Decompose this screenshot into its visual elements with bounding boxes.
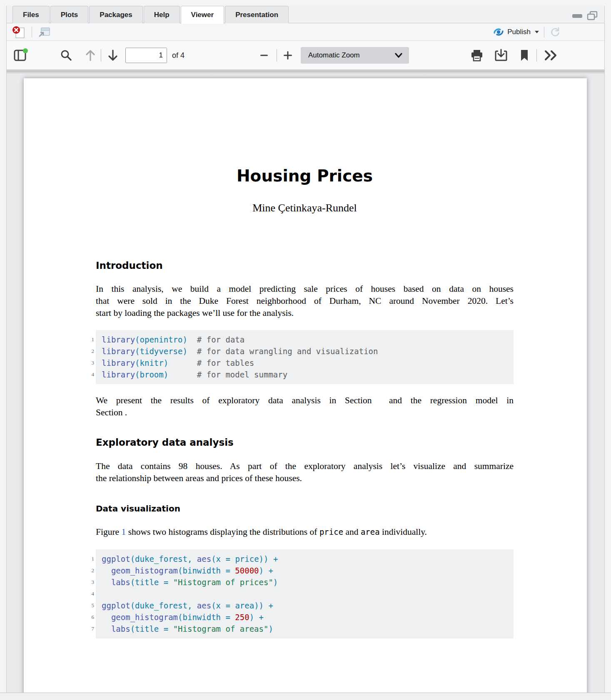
next-page-icon[interactable] bbox=[107, 49, 119, 62]
code-line: 6 geom_histogram(binwidth = 250) + bbox=[102, 611, 514, 623]
page-number-input[interactable] bbox=[125, 47, 167, 63]
line-number: 3 bbox=[80, 357, 94, 369]
subsection-heading-dataviz: Data visualization bbox=[96, 504, 180, 514]
text-segment: Figure bbox=[96, 527, 122, 537]
text-segment: the relationship between areas and price… bbox=[96, 473, 302, 483]
zoom-in-icon[interactable] bbox=[282, 49, 294, 62]
close-document-icon[interactable] bbox=[12, 25, 26, 39]
line-number: 4 bbox=[80, 588, 94, 600]
code-line: 1library(openintro) # for data bbox=[102, 334, 514, 345]
text-segment: that were sold in the Duke Forest neighb… bbox=[96, 296, 514, 306]
code-line: 2library(tidyverse) # for data wrangling… bbox=[102, 345, 514, 357]
code-line: 3library(knitr) # for tables bbox=[102, 357, 514, 369]
line-number: 1 bbox=[80, 334, 94, 345]
minimize-pane-icon[interactable] bbox=[572, 13, 583, 19]
paragraph: Figure 1 shows two histograms displaying… bbox=[96, 526, 514, 538]
sidebar-toggle-icon[interactable] bbox=[12, 48, 29, 63]
text-line: the relationship between areas and price… bbox=[96, 472, 514, 484]
section-heading-introduction: Introduction bbox=[96, 260, 163, 271]
search-icon[interactable] bbox=[60, 49, 72, 62]
code-line: 7 labs(title = "Histogram of areas") bbox=[102, 623, 514, 635]
pane-bottom-edge bbox=[0, 693, 611, 700]
print-icon[interactable] bbox=[470, 49, 484, 62]
viewer-toolbar-left bbox=[12, 23, 50, 41]
code-block-histograms: 1ggplot(duke_forest, aes(x = price)) +2 … bbox=[96, 549, 514, 638]
code-block-libraries: 1library(openintro) # for data2library(t… bbox=[96, 330, 514, 384]
paragraph: In this analysis, we build a model predi… bbox=[96, 283, 514, 319]
pdf-viewer-area[interactable]: Housing Prices Mine Çetinkaya-Rundel Int… bbox=[7, 70, 604, 693]
viewer-toolbar: Publish bbox=[7, 23, 604, 41]
text-segment: shows two histograms displaying the dist… bbox=[126, 527, 319, 537]
text-line: We present the results of exploratory da… bbox=[96, 395, 514, 407]
maximize-pane-icon[interactable] bbox=[587, 11, 598, 21]
code-line: 4library(broom) # for model summary bbox=[102, 369, 514, 380]
page-count-label: of 4 bbox=[172, 51, 185, 60]
tab-plots[interactable]: Plots bbox=[50, 6, 89, 23]
line-number: 3 bbox=[80, 576, 94, 588]
text-segment: area bbox=[361, 527, 380, 536]
text-line: start by loading the packages we’ll use … bbox=[96, 307, 514, 319]
text-line: The data contains 98 houses. As part of … bbox=[96, 460, 514, 472]
tab-packages[interactable]: Packages bbox=[89, 6, 142, 23]
text-line: Section . bbox=[96, 407, 514, 419]
window-controls bbox=[572, 11, 598, 21]
tab-viewer[interactable]: Viewer bbox=[181, 6, 224, 24]
toolbar-separator bbox=[32, 27, 32, 37]
open-in-new-window-icon[interactable] bbox=[38, 26, 50, 38]
tabs: FilesPlotsPackagesHelpViewerPresentation bbox=[12, 6, 289, 23]
text-segment: price bbox=[319, 527, 343, 536]
text-segment: We present the results of exploratory da… bbox=[96, 395, 514, 405]
line-number: 1 bbox=[80, 553, 94, 565]
text-line: In this analysis, we build a model predi… bbox=[96, 283, 514, 295]
text-line: that were sold in the Duke Forest neighb… bbox=[96, 295, 514, 307]
toolbar-separator bbox=[536, 49, 537, 62]
previous-page-icon[interactable] bbox=[84, 49, 97, 62]
code-line: 1ggplot(duke_forest, aes(x = price)) + bbox=[102, 553, 514, 565]
refresh-icon[interactable] bbox=[549, 26, 561, 38]
bookmark-icon[interactable] bbox=[519, 49, 530, 62]
text-line: Figure 1 shows two histograms displaying… bbox=[96, 526, 514, 538]
publish-label: Publish bbox=[507, 28, 531, 36]
text-segment: Section . bbox=[96, 407, 127, 417]
line-number: 6 bbox=[80, 611, 94, 623]
toolbar-separator bbox=[544, 27, 544, 37]
tab-files[interactable]: Files bbox=[12, 6, 50, 23]
publish-caret-icon bbox=[535, 31, 539, 33]
pane: FilesPlotsPackagesHelpViewerPresentation bbox=[6, 6, 605, 693]
text-segment: start by loading the packages we’ll use … bbox=[96, 308, 294, 318]
zoom-select[interactable]: Automatic Zoom bbox=[301, 47, 409, 64]
toolbar-separator bbox=[101, 49, 101, 62]
publish-icon bbox=[493, 27, 504, 37]
chevron-down-icon bbox=[394, 52, 403, 59]
text-segment: The data contains 98 houses. As part of … bbox=[96, 461, 514, 471]
pdf-toolbar: of 4 Automatic Zoom bbox=[7, 41, 604, 70]
save-icon[interactable] bbox=[494, 49, 508, 62]
publish-button[interactable]: Publish bbox=[493, 27, 539, 37]
zoom-select-label: Automatic Zoom bbox=[301, 51, 394, 60]
code-line: 4 bbox=[102, 588, 514, 600]
viewer-toolbar-right: Publish bbox=[493, 23, 561, 41]
text-segment: and bbox=[343, 527, 361, 537]
line-number: 4 bbox=[80, 369, 94, 380]
code-line: 5ggplot(duke_forest, aes(x = area)) + bbox=[102, 600, 514, 611]
text-segment: individually. bbox=[380, 527, 427, 537]
toolbar-separator bbox=[277, 49, 277, 62]
paragraph: We present the results of exploratory da… bbox=[96, 395, 514, 419]
text-segment: In this analysis, we build a model predi… bbox=[96, 284, 514, 294]
tab-presentation[interactable]: Presentation bbox=[225, 6, 289, 23]
line-number: 2 bbox=[80, 565, 94, 576]
figure-reference-link[interactable]: 1 bbox=[122, 527, 126, 537]
line-number: 7 bbox=[80, 623, 94, 635]
more-tools-icon[interactable] bbox=[543, 49, 559, 62]
line-number: 5 bbox=[80, 600, 94, 611]
zoom-out-icon[interactable] bbox=[258, 50, 270, 61]
section-heading-eda: Exploratory data analysis bbox=[96, 437, 234, 448]
line-number: 2 bbox=[80, 345, 94, 357]
tab-help[interactable]: Help bbox=[144, 6, 180, 23]
document-author: Mine Çetinkaya-Rundel bbox=[96, 202, 514, 214]
pane-tab-bar: FilesPlotsPackagesHelpViewerPresentation bbox=[7, 6, 604, 23]
code-line: 3 labs(title = "Histogram of prices") bbox=[102, 576, 514, 588]
pdf-page: Housing Prices Mine Çetinkaya-Rundel Int… bbox=[24, 78, 587, 693]
document-title: Housing Prices bbox=[96, 166, 514, 185]
code-line: 2 geom_histogram(binwidth = 50000) + bbox=[102, 565, 514, 576]
